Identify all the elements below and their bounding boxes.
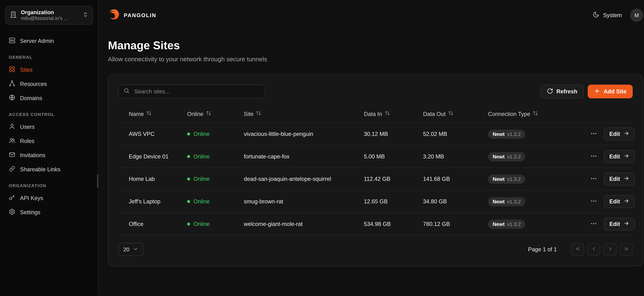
sort-icon (256, 110, 262, 117)
table-body: AWS VPC Online vivacious-little-blue-pen… (118, 122, 633, 236)
app-window: Organization milo@fossorial.io's ... Ser… (0, 0, 644, 296)
site-tunnel-name: dead-san-joaquin-antelope-squirrel (244, 176, 364, 182)
table-row: Home Lab Online dead-san-joaquin-antelop… (118, 168, 633, 190)
site-status: Online (187, 154, 244, 160)
sidebar-item-domains[interactable]: Domains (5, 91, 93, 105)
connection-type-badge: Newt v1.3.2 (488, 130, 525, 138)
site-status: Online (187, 131, 244, 137)
avatar[interactable]: M (630, 8, 643, 22)
chevrons-right-icon (623, 246, 629, 253)
sidebar-item-invitations[interactable]: Invitations (5, 148, 93, 162)
connection-type: Newt (493, 198, 505, 204)
arrow-right-icon (623, 130, 629, 138)
connection-type-badge: Newt v1.3.2 (488, 197, 525, 206)
organization-picker[interactable]: Organization milo@fossorial.io's ... (5, 6, 93, 24)
online-label: Online (194, 154, 210, 160)
edit-button[interactable]: Edit (604, 172, 634, 186)
row-menu-button[interactable] (589, 196, 598, 207)
column-header-name[interactable]: Name (129, 110, 187, 117)
moon-icon (593, 11, 600, 19)
brand-logo-link[interactable]: PANGOLIN (108, 8, 156, 22)
add-site-button[interactable]: Add Site (588, 85, 633, 98)
waypoints-icon (9, 80, 16, 88)
column-header-data-in[interactable]: Data In (364, 110, 423, 117)
row-menu-button[interactable] (589, 128, 598, 139)
page-head: Manage Sites Allow connectivity to your … (108, 39, 643, 62)
ellipsis-icon (590, 175, 597, 183)
online-dot (187, 155, 190, 158)
last-page-button[interactable] (620, 243, 633, 256)
site-name: Edge Device 01 (129, 154, 187, 160)
ellipsis-icon (590, 152, 597, 161)
ellipsis-icon (590, 197, 597, 206)
data-out-value: 141.68 GB (423, 176, 488, 182)
edit-button[interactable]: Edit (604, 150, 634, 163)
refresh-button[interactable]: Refresh (540, 85, 584, 98)
edit-button[interactable]: Edit (604, 195, 634, 208)
page-title: Manage Sites (108, 39, 643, 52)
data-in-value: 112.42 GB (364, 176, 423, 182)
column-header-data-out[interactable]: Data Out (423, 110, 488, 117)
sidebar-item-label: API Keys (20, 195, 43, 201)
data-in-value: 534.98 GB (364, 221, 423, 227)
sidebar-item-users[interactable]: Users (5, 120, 93, 134)
connection-type: Newt (493, 131, 505, 137)
sidebar-section-access-control: ACCESS CONTROL (9, 112, 89, 117)
site-tunnel-name: fortunate-cape-fox (244, 154, 364, 160)
viewport: Organization milo@fossorial.io's ... Ser… (0, 0, 644, 296)
sidebar: Organization milo@fossorial.io's ... Ser… (0, 0, 98, 296)
theme-label: System (603, 12, 622, 18)
sidebar-item-label: Users (20, 124, 35, 130)
connection-version: v1.3.2 (507, 176, 521, 182)
data-out-value: 34.80 GB (423, 198, 488, 205)
row-menu-button[interactable] (589, 218, 598, 230)
sites-card: Refresh Add Site Name (108, 74, 643, 266)
row-menu-button[interactable] (589, 174, 598, 184)
site-name: Office (129, 221, 187, 227)
sidebar-item-server-admin[interactable]: Server Admin (5, 34, 93, 48)
site-tunnel-name: smug-brown-rat (244, 198, 364, 205)
sidebar-item-settings[interactable]: Settings (5, 205, 93, 219)
next-page-button[interactable] (604, 243, 616, 256)
sidebar-item-api-keys[interactable]: API Keys (5, 191, 93, 205)
sidebar-item-resources[interactable]: Resources (5, 77, 93, 91)
sidebar-item-roles[interactable]: Roles (5, 134, 93, 148)
sidebar-item-shareable-links[interactable]: Shareable Links (5, 162, 93, 176)
plus-icon (594, 88, 600, 95)
sidebar-item-sites[interactable]: Sites (5, 62, 93, 77)
sidebar-scrollbar[interactable] (97, 174, 98, 188)
pangolin-logo-icon (108, 8, 120, 22)
edit-button[interactable]: Edit (604, 218, 634, 230)
mail-icon (9, 151, 16, 159)
sidebar-item-label: Shareable Links (20, 166, 60, 172)
connection-type-badge: Newt v1.3.2 (488, 152, 525, 161)
sidebar-item-label: Settings (20, 209, 40, 215)
table-row: Edge Device 01 Online fortunate-cape-fox… (118, 145, 633, 168)
edit-button[interactable]: Edit (604, 128, 634, 140)
site-status: Online (187, 221, 244, 227)
sidebar-section-organization: ORGANIZATION (9, 183, 89, 188)
prev-page-button[interactable] (587, 243, 600, 256)
main-area: PANGOLIN System M Manage Sites Allow con… (98, 0, 644, 296)
page-size-select[interactable]: 20 (118, 243, 144, 256)
column-header-online[interactable]: Online (187, 110, 244, 117)
sidebar-item-label: Sites (20, 66, 32, 73)
connection-type-badge: Newt v1.3.2 (488, 174, 525, 184)
search-input[interactable] (134, 88, 260, 95)
column-header-connection-type[interactable]: Connection Type (488, 110, 589, 117)
brand-name: PANGOLIN (124, 12, 156, 18)
chevrons-left-icon (574, 246, 580, 253)
arrow-right-icon (623, 198, 629, 205)
table-row: Jeff's Laptop Online smug-brown-rat 12.6… (118, 190, 633, 213)
connection-version: v1.3.2 (507, 131, 521, 137)
first-page-button[interactable] (571, 243, 584, 256)
column-header-site[interactable]: Site (244, 110, 364, 117)
theme-toggle[interactable]: System (593, 11, 622, 19)
chevron-left-icon (591, 246, 596, 253)
site-status: Online (187, 198, 244, 205)
sites-grid-icon (9, 66, 16, 74)
chevron-right-icon (607, 246, 613, 253)
site-tunnel-name: vivacious-little-blue-penguin (244, 131, 364, 137)
row-menu-button[interactable] (589, 151, 598, 162)
site-name: AWS VPC (129, 131, 187, 137)
